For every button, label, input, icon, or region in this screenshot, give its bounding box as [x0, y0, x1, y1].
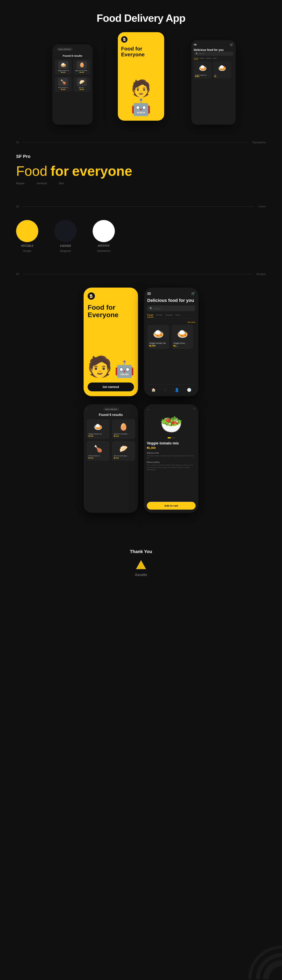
- food-image: 🍛: [149, 327, 167, 341]
- section-number: 01: [16, 141, 19, 144]
- food-item: 🍗 Fried chicken m. ₦1,900: [55, 76, 72, 92]
- food-item: 🥟 Moi-moi... ₦1,900: [73, 76, 90, 92]
- tab-foods[interactable]: Foods: [194, 57, 198, 60]
- search-food-card[interactable]: 🥚 Egg and cucumber... ₦1,900: [112, 419, 135, 439]
- category-tabs: Foods Drinks Snacks Sauc: [194, 57, 233, 60]
- search-bar[interactable]: 🔍 Search: [147, 305, 195, 311]
- colors-section: #FFCB13 Hunger #181820 Elegance #FFFFFF …: [0, 212, 282, 264]
- hamburger-icon[interactable]: [147, 293, 151, 295]
- app-logo: 👨‍🍳: [121, 36, 128, 43]
- tab-snacks[interactable]: Snacks: [206, 57, 211, 60]
- color-hex-yellow: #FFCB13: [21, 244, 33, 247]
- logo-name: Aavatto: [135, 573, 147, 577]
- color-hex-white: #FFFFFF: [98, 244, 110, 247]
- designs-section: 👨‍🍳 Food for Everyone 🧑🤖 Get starteed 🛒 …: [0, 280, 282, 537]
- divider-line: [23, 206, 254, 207]
- search-food-card[interactable]: 🍛 Veggie tomato mix ₦1,900: [87, 419, 110, 439]
- back-arrow: ‹: [55, 49, 55, 51]
- food-cards-row: 🍛 Veggie tomato mix ₦1,900 🍛 Veggie toma…: [147, 325, 195, 349]
- dot-2[interactable]: [171, 437, 173, 438]
- tab-snacks[interactable]: Snacks: [165, 314, 173, 317]
- phone-right: 🛒 Delicious food for you 🔍 Search Foods …: [191, 40, 236, 125]
- design-row-1: 👨‍🍳 Food for Everyone 🧑🤖 Get starteed 🛒 …: [16, 288, 266, 396]
- image-dots: [147, 437, 195, 438]
- food-image: 🥚: [117, 421, 131, 432]
- section-divider-02: 02 Colors: [0, 201, 282, 212]
- font-semibold-word: for: [51, 163, 69, 179]
- dot-3[interactable]: [174, 437, 175, 438]
- company-logo: Aavatto: [0, 559, 282, 577]
- logo-icon: [135, 559, 147, 571]
- food-price: ₦1,900: [195, 76, 211, 78]
- food-price: ₦1,900: [56, 89, 70, 90]
- section-label: Typography: [252, 141, 266, 144]
- add-to-cart-button[interactable]: Add to cart: [147, 502, 195, 510]
- font-name: SF Pro: [16, 154, 266, 159]
- tab-sauce[interactable]: Sauc: [175, 314, 181, 317]
- color-name-dark: Elegance: [60, 249, 71, 252]
- nav-history-icon[interactable]: 🕐: [187, 388, 191, 392]
- food-price: ₦1,...: [173, 345, 192, 347]
- return-policy-text: All our foods are double checked before …: [147, 464, 195, 471]
- corner-decoration: [242, 939, 282, 980]
- divider-line: [23, 274, 252, 274]
- typography-section: SF Pro Food for everyone Regular Semibol…: [0, 148, 282, 197]
- svg-point-4: [250, 947, 282, 979]
- food-price: ₦1,900: [114, 435, 133, 437]
- dot-1[interactable]: [168, 437, 171, 438]
- food-card: 🍛 Veggie tomato mix ₦1,900: [194, 61, 212, 79]
- food-image: 🍛: [215, 62, 229, 73]
- food-name: Veggie tomato mix: [56, 70, 70, 71]
- color-name-yellow: Hunger: [23, 249, 32, 252]
- section-label: Colors: [258, 205, 266, 208]
- characters: 🧑🤖: [121, 79, 161, 117]
- top-mockups-section: ‹ Spicy chieckns Found 6 results 🍛 Veggi…: [0, 32, 282, 133]
- food-name: Moi-moi and expa...: [114, 455, 133, 457]
- hero-section: Food Delivery App: [0, 0, 282, 32]
- design-phone-search: ‹ Spicy chieckns Found 6 results 🍛 Veggi…: [83, 404, 138, 513]
- food-image: 🍛: [196, 62, 210, 73]
- tab-drinks[interactable]: Drinks: [156, 314, 163, 317]
- get-started-button[interactable]: Get starteed: [88, 382, 134, 391]
- see-more-link[interactable]: see more: [147, 321, 195, 323]
- font-showcase: Food for everyone: [16, 163, 266, 179]
- color-swatch-dark: [54, 220, 77, 242]
- results-label: Found 6 results: [87, 413, 135, 417]
- favorite-icon[interactable]: ♡: [193, 407, 195, 411]
- food-image: 🥟: [117, 443, 131, 454]
- search-food-card[interactable]: 🥟 Moi-moi and expa... ₦1,900: [112, 441, 135, 461]
- food-detail-price: ₦1,900: [147, 446, 195, 449]
- search-icon: 🔍: [150, 307, 152, 310]
- font-regular-word: Food: [16, 163, 47, 179]
- food-name: Egg and cucumber...: [114, 433, 133, 435]
- section-divider-01: 01 Typography: [0, 137, 282, 148]
- food-name: Fried chicken m.: [88, 455, 108, 457]
- food-emoji: 🥟: [77, 78, 87, 86]
- food-name: Veggie tomato mix: [88, 433, 108, 435]
- search-food-card[interactable]: 🍗 Fried chicken m. ₦1,900: [87, 441, 110, 461]
- hero-phone-title: Food for Everyone: [121, 46, 161, 57]
- color-hex-dark: #181820: [60, 244, 71, 247]
- food-name: Veggie tomato mix: [195, 75, 211, 76]
- label-semibold: Semibold: [37, 182, 47, 185]
- food-card[interactable]: 🍛 Veggie toma... ₦1,...: [171, 325, 194, 349]
- tab-sauce[interactable]: Sauc: [213, 57, 216, 60]
- nav-home-icon[interactable]: 🏠: [151, 388, 156, 392]
- food-name: Ve...: [214, 75, 230, 76]
- tab-drinks[interactable]: Drinks: [200, 57, 204, 60]
- back-button[interactable]: ‹: [87, 408, 87, 410]
- section-label: Designs: [256, 272, 266, 275]
- color-item-dark: #181820 Elegance: [54, 220, 77, 252]
- nav-heart-icon[interactable]: ♡: [163, 388, 167, 392]
- bottom-nav: 🏠 ♡ 👤 🕐: [147, 384, 195, 392]
- nav-profile-icon[interactable]: 👤: [175, 388, 179, 392]
- food-card[interactable]: 🍛 Veggie tomato mix ₦1,900: [147, 325, 170, 349]
- tab-foods[interactable]: Foods: [147, 314, 154, 317]
- cart-icon[interactable]: 🛒: [191, 292, 195, 296]
- search-results-label: Found 6 results: [55, 54, 90, 57]
- food-emoji: 🥚: [77, 61, 87, 69]
- home-title: Delicious food for you: [194, 48, 233, 52]
- phone-left: ‹ Spicy chieckns Found 6 results 🍛 Veggi…: [52, 44, 93, 125]
- back-button[interactable]: ←: [147, 408, 150, 411]
- thankyou-section: Thank You Aavatto: [0, 537, 282, 585]
